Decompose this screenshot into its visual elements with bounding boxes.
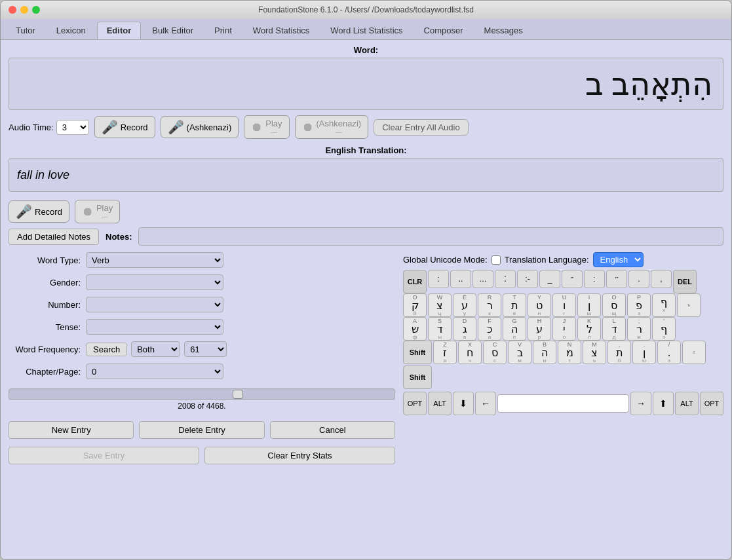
audio-time-select[interactable]: 3 5 10 [56, 120, 89, 135]
record-ashkenazi-button[interactable]: 🎤 (Ashkenazi) [161, 116, 239, 138]
kb-key-slash[interactable]: /.э [657, 341, 681, 364]
kb-key-k[interactable]: Kלл [577, 317, 601, 341]
kb-colon-dash-key[interactable]: :- [517, 270, 538, 288]
kb-key-r[interactable]: Rרк [478, 293, 501, 317]
tab-composer[interactable]: Composer [414, 22, 473, 39]
maximize-button[interactable] [32, 6, 40, 14]
kb-gershayim-key[interactable]: ״ [606, 270, 627, 288]
kb-down-arrow[interactable]: ⬇ [453, 392, 474, 415]
kb-key-t[interactable]: Tתе [503, 293, 526, 317]
kb-key-u[interactable]: Uוг [552, 293, 576, 317]
tab-lexicon[interactable]: Lexicon [47, 22, 96, 39]
kb-key-fpe[interactable]: ףх [652, 293, 676, 317]
kb-key-c[interactable]: Cסс [483, 341, 507, 364]
kb-key-i[interactable]: Iןш [577, 293, 601, 317]
clear-entry-stats-button[interactable]: Clear Entry Stats [204, 447, 395, 464]
freq-value-select[interactable]: 61 [184, 341, 227, 357]
kb-text-input[interactable] [497, 394, 629, 413]
kb-key-o[interactable]: Oסщ [602, 293, 626, 317]
kb-key-p[interactable]: Pפз [627, 293, 651, 317]
kb-alt-right[interactable]: ALT [675, 392, 699, 415]
kb-key-extra[interactable]: е [682, 341, 706, 364]
kb-key-a[interactable]: Aשф [403, 317, 427, 341]
kb-alt-left[interactable]: ALT [428, 392, 452, 415]
kb-del-key[interactable]: DEL [673, 270, 697, 293]
kb-comma-key[interactable]: , [651, 270, 672, 288]
word-type-select[interactable]: Verb Noun Adjective [86, 252, 223, 268]
kb-key-semi[interactable]: ;רж [627, 317, 651, 341]
kb-key-comma2[interactable]: ,תб [607, 341, 631, 364]
kb-period-key[interactable]: . [628, 270, 649, 288]
tab-print[interactable]: Print [204, 22, 242, 39]
play-button-2[interactable]: ⏺ Play --- [75, 200, 120, 223]
kb-key-q[interactable]: Oקй [403, 293, 427, 317]
kb-up-arrow[interactable]: ⬆ [653, 392, 674, 415]
clear-entry-audio-button[interactable]: Clear Entry All Audio [374, 119, 469, 136]
both-select[interactable]: Both Hebrew English [131, 341, 180, 357]
kb-key-w[interactable]: Wצц [428, 293, 452, 317]
notes-input[interactable] [138, 227, 723, 246]
kb-key-y[interactable]: Yטн [528, 293, 551, 317]
save-entry-button[interactable]: Save Entry [9, 447, 199, 464]
kb-key-period2[interactable]: .ןю [632, 341, 656, 364]
record-button-2[interactable]: 🎤 Record [9, 200, 69, 223]
kb-left-arrow[interactable]: ← [475, 392, 496, 415]
tab-editor[interactable]: Editor [97, 22, 142, 39]
kb-key-n[interactable]: Nמт [558, 341, 581, 364]
kb-opt-right[interactable]: OPT [700, 392, 723, 415]
unicode-checkbox[interactable] [491, 255, 501, 265]
kb-key-d[interactable]: Dגв [453, 317, 476, 341]
kb-key-g[interactable]: Gהп [503, 317, 526, 341]
kb-underscore-key[interactable]: _ [539, 270, 560, 288]
number-select[interactable]: Singular Plural [86, 297, 223, 312]
kb-key-quote[interactable]: 'ףэ [652, 317, 676, 341]
trans-lang-select[interactable]: English [593, 252, 644, 267]
kb-colon-key[interactable]: : [428, 270, 449, 288]
kb-key-l[interactable]: Lדд [602, 317, 626, 341]
record-label-1: Record [121, 122, 148, 132]
play-ashkenazi-button[interactable]: ⏺ (Ashkenazi) --- [295, 115, 369, 139]
kb-key-h[interactable]: Hעр [528, 317, 551, 341]
translation-box[interactable]: fall in love [9, 158, 723, 192]
kb-maqaf-key[interactable]: ־ [562, 270, 583, 288]
kb-dots3-key[interactable]: … [472, 270, 493, 288]
kb-key-j[interactable]: Jיо [552, 317, 576, 341]
kb-key-m[interactable]: Mצь [583, 341, 606, 364]
cancel-button[interactable]: Cancel [270, 421, 395, 439]
new-entry-button[interactable]: New Entry [9, 421, 134, 439]
kb-clr-key[interactable]: CLR [403, 270, 427, 293]
tab-messages[interactable]: Messages [474, 22, 533, 39]
add-detailed-notes-button[interactable]: Add Detailed Notes [9, 229, 99, 245]
tab-word-list-statistics[interactable]: Word List Statistics [320, 22, 412, 39]
slider-track[interactable] [9, 388, 395, 400]
kb-right-arrow[interactable]: → [630, 392, 651, 415]
record-button-1[interactable]: 🎤 Record [94, 116, 155, 138]
kb-geresh-key[interactable]: ׃ [584, 270, 605, 288]
delete-entry-button[interactable]: Delete Entry [139, 421, 264, 439]
tense-select[interactable]: Past Present Future [86, 319, 223, 335]
kb-dots2-key[interactable]: .. [450, 270, 471, 288]
kb-key-z[interactable]: Zזя [433, 341, 457, 364]
kb-key-hard[interactable]: ъ [677, 293, 701, 317]
kb-key-b[interactable]: Bהи [533, 341, 556, 364]
kb-shift-right[interactable]: Shift [403, 365, 432, 389]
tab-tutor[interactable]: Tutor [6, 22, 45, 39]
slider-thumb[interactable] [233, 390, 243, 399]
word-section: Word: [9, 45, 723, 55]
kb-key-v[interactable]: Vבм [508, 341, 531, 364]
kb-key-f[interactable]: Fכа [478, 317, 501, 341]
tab-bulk-editor[interactable]: Bulk Editor [142, 22, 203, 39]
close-button[interactable] [9, 6, 16, 14]
kb-key-x[interactable]: Xחч [458, 341, 482, 364]
search-button[interactable]: Search [86, 343, 127, 356]
kb-shift-left[interactable]: Shift [403, 341, 432, 364]
play-button-1[interactable]: ⏺ Play --- [244, 115, 289, 139]
kb-dots4-key[interactable]: ⁚ [495, 270, 516, 288]
kb-key-e[interactable]: Eעу [453, 293, 476, 317]
gender-select[interactable]: Masculine Feminine [86, 274, 223, 290]
kb-opt-left[interactable]: OPT [403, 392, 427, 415]
kb-key-s[interactable]: Sדы [428, 317, 452, 341]
chapter-page-select[interactable]: 0 [86, 364, 223, 379]
minimize-button[interactable] [20, 6, 28, 14]
tab-word-statistics[interactable]: Word Statistics [243, 22, 319, 39]
